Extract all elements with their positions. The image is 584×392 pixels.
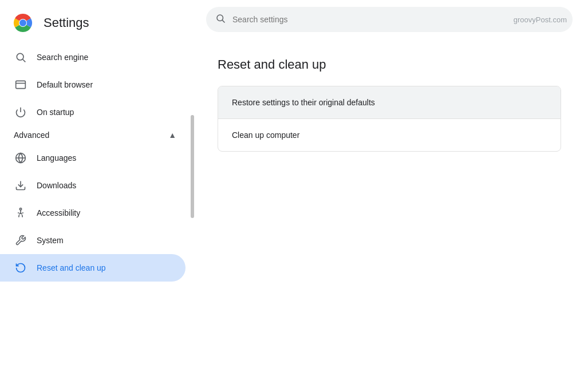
svg-point-3 [17, 53, 23, 60]
search-bar[interactable] [206, 7, 573, 32]
sidebar-item-label: Languages [37, 153, 76, 163]
sidebar-header: Settings [0, 0, 195, 43]
chrome-logo-icon [11, 11, 34, 34]
restore-defaults-label: Restore settings to their original defau… [232, 98, 375, 107]
advanced-section-header[interactable]: Advanced ▲ [0, 126, 186, 144]
sidebar-item-label: System [37, 236, 64, 245]
search-icon [215, 13, 226, 26]
svg-point-12 [217, 15, 223, 21]
on-startup-icon [14, 105, 27, 119]
default-browser-icon [14, 78, 27, 92]
sidebar-item-label: Reset and clean up [37, 263, 106, 272]
search-bar-container: groovyPost.com [195, 0, 584, 39]
page-main-title: Settings [44, 15, 89, 30]
clean-up-label: Clean up computer [232, 130, 299, 140]
sidebar-nav: Search engine Default browser [0, 43, 195, 392]
search-engine-icon [14, 50, 27, 64]
svg-point-2 [19, 19, 26, 26]
accessibility-icon [14, 206, 27, 220]
advanced-section-label: Advanced [14, 130, 49, 140]
sidebar: Settings Search engine [0, 0, 195, 392]
downloads-icon [14, 179, 27, 192]
clean-up-item[interactable]: Clean up computer [218, 119, 561, 151]
system-icon [14, 233, 27, 247]
page-title: Reset and clean up [218, 57, 561, 72]
sidebar-item-label: Accessibility [37, 208, 80, 217]
restore-defaults-item[interactable]: Restore settings to their original defau… [218, 86, 561, 119]
sidebar-item-on-startup[interactable]: On startup [0, 98, 186, 126]
search-input[interactable] [232, 15, 563, 24]
sidebar-item-default-browser[interactable]: Default browser [0, 71, 186, 98]
sidebar-item-label: Default browser [37, 80, 93, 89]
sidebar-item-accessibility[interactable]: Accessibility [0, 199, 186, 227]
reset-icon [14, 261, 27, 275]
svg-line-13 [222, 20, 224, 22]
sidebar-item-languages[interactable]: Languages [0, 144, 186, 172]
sidebar-item-label: Downloads [37, 181, 76, 190]
svg-point-11 [19, 208, 21, 210]
content-area: Reset and clean up Restore settings to t… [195, 39, 584, 392]
sidebar-item-search-engine[interactable]: Search engine [0, 43, 186, 71]
scrollbar-thumb[interactable] [191, 115, 194, 218]
languages-icon [14, 151, 27, 165]
svg-line-4 [23, 60, 26, 62]
sidebar-item-label: Search engine [37, 53, 88, 62]
settings-list: Restore settings to their original defau… [218, 86, 561, 152]
sidebar-item-downloads[interactable]: Downloads [0, 172, 186, 199]
sidebar-item-reset[interactable]: Reset and clean up [0, 254, 186, 282]
scrollbar-track[interactable] [190, 0, 195, 392]
main-content: groovyPost.com Reset and clean up Restor… [195, 0, 584, 392]
sidebar-item-label: On startup [37, 108, 74, 117]
sidebar-item-system[interactable]: System [0, 227, 186, 254]
chevron-up-icon: ▲ [168, 130, 176, 140]
svg-rect-5 [16, 81, 26, 88]
